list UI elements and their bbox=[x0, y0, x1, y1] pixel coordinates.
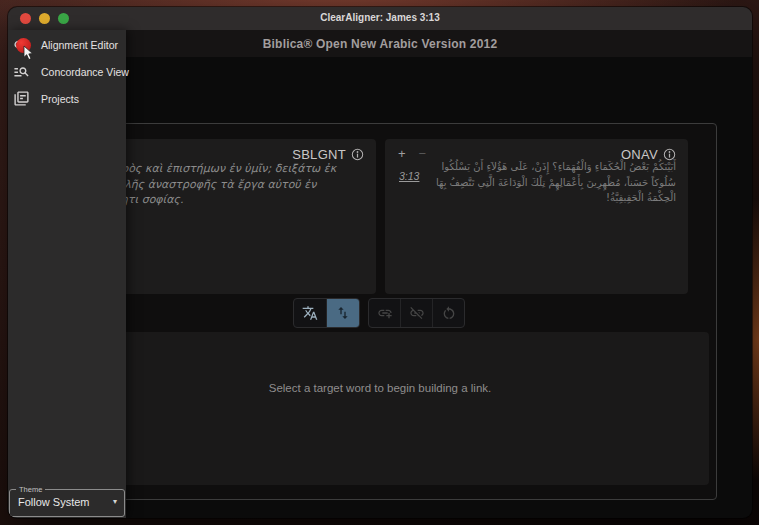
window-title: ClearAligner: James 3:13 bbox=[8, 12, 752, 23]
project-title: Biblica® Open New Arabic Version 2012 bbox=[263, 37, 498, 51]
mouse-cursor bbox=[23, 45, 34, 61]
reset-link-button[interactable] bbox=[433, 299, 464, 327]
zoom-out-button[interactable]: − bbox=[419, 147, 427, 161]
theme-select-value: Follow System bbox=[18, 496, 90, 508]
link-off-icon bbox=[409, 305, 425, 321]
info-icon[interactable] bbox=[351, 148, 364, 161]
verse-reference-link[interactable]: 3:13 bbox=[399, 170, 419, 182]
sidebar-item-label: Concordance View bbox=[41, 66, 129, 78]
source-verse-text[interactable]: Τίς σοφὸς καὶ ἐπιστήμων ἐν ὑμῖν; δειξάτω… bbox=[87, 161, 359, 208]
alignment-editor-card: SBLGNT Τίς σοφὸς καὶ ἐπιστήμων ἐν ὑμῖν; … bbox=[41, 123, 717, 500]
library-books-icon bbox=[13, 90, 30, 107]
link-actions-group bbox=[368, 298, 465, 328]
restart-icon bbox=[441, 305, 457, 321]
add-link-icon bbox=[377, 305, 393, 321]
app-window: ClearAligner: James 3:13 Biblica® Open N… bbox=[8, 7, 752, 518]
zoom-in-button[interactable]: + bbox=[398, 147, 406, 161]
sidebar-item-label: Alignment Editor bbox=[41, 39, 118, 51]
create-link-button[interactable] bbox=[369, 299, 401, 327]
view-toggle-group bbox=[293, 298, 360, 328]
sidebar-item-projects[interactable]: Projects bbox=[8, 85, 126, 112]
window-titlebar[interactable]: ClearAligner: James 3:13 bbox=[8, 7, 752, 31]
link-builder-hint: Select a target word to begin building a… bbox=[51, 332, 709, 394]
sidebar-item-concordance-view[interactable]: Concordance View bbox=[8, 58, 126, 85]
toggle-glosses-button[interactable] bbox=[294, 299, 327, 327]
swap-vert-icon bbox=[335, 305, 351, 321]
target-verse-text[interactable]: أَبَيْنَكُمْ بَعْضُ الْحُكَمَاءِ وَالْفُ… bbox=[428, 159, 676, 206]
toggle-sort-order-button[interactable] bbox=[327, 299, 359, 327]
chevron-down-icon: ▾ bbox=[113, 497, 117, 506]
sidebar-menu: Alignment Editor Concordance View Projec… bbox=[8, 30, 126, 518]
manage-search-icon bbox=[13, 63, 30, 80]
theme-select-label: Theme bbox=[16, 485, 45, 494]
link-builder-panel: Select a target word to begin building a… bbox=[51, 332, 709, 485]
sidebar-item-label: Projects bbox=[41, 93, 79, 105]
theme-select[interactable]: Theme Follow System ▾ bbox=[9, 489, 125, 517]
translate-icon bbox=[302, 305, 318, 321]
source-panel-title: SBLGNT bbox=[292, 147, 346, 162]
alignment-toolbar bbox=[42, 298, 716, 328]
remove-link-button[interactable] bbox=[401, 299, 433, 327]
target-text-panel: + − ONAV 3:13 أَبَيْنَكُمْ بَعْضُ الْحُك… bbox=[385, 139, 688, 294]
